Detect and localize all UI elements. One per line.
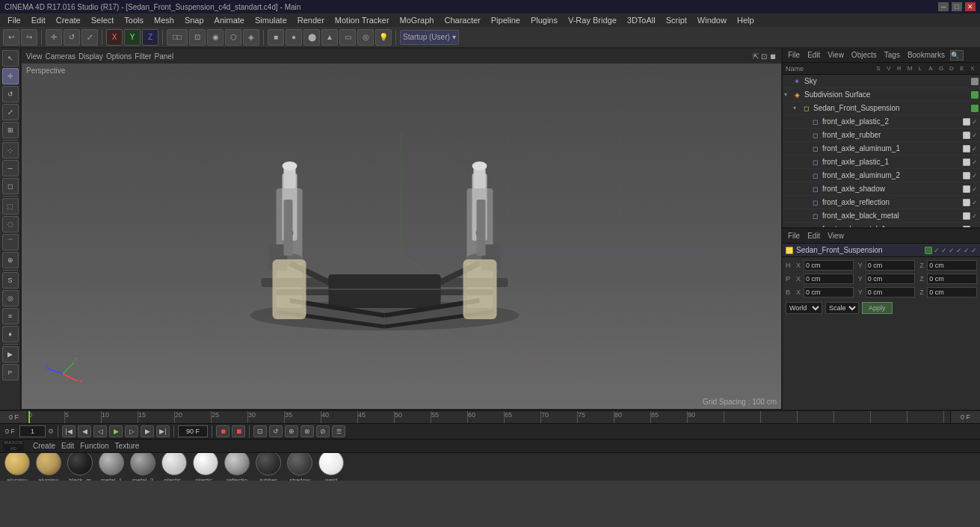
next-keyframe-button[interactable]: ▷ [125,425,138,437]
playhead[interactable] [28,411,30,423]
material-item[interactable]: shadow [286,453,314,481]
menu-item-tools[interactable]: Tools [120,15,148,25]
om-view-menu[interactable]: View [825,51,846,59]
frame-step-input[interactable] [19,425,46,437]
poly-mode-button[interactable]: ◈ [243,29,259,46]
menu-item-motion-tracker[interactable]: Motion Tracker [330,15,394,25]
axis-y-button[interactable]: Y [124,29,141,46]
vp-menu-panel[interactable]: Panel [155,52,174,61]
om-edit-menu[interactable]: Edit [805,51,822,59]
object-row[interactable]: ▾◈Subdivision Surface [783,88,980,102]
object-row[interactable]: ◻front_axle_aluminum_2✓ [783,169,980,182]
left-tool-select-circle[interactable]: ◌ [2,216,19,232]
left-tool-move[interactable]: ✛ [2,68,19,84]
om-file-menu[interactable]: File [786,51,802,59]
menu-item-simulate[interactable]: Simulate [250,15,292,25]
prev-keyframe-button[interactable]: ◁ [93,425,107,437]
apply-button[interactable]: Apply [862,302,893,314]
menu-item-window[interactable]: Window [693,15,731,25]
attr-px-input[interactable] [804,274,854,284]
left-tool-live[interactable]: ⊕ [2,252,19,268]
menu-item-select[interactable]: Select [87,15,119,25]
attr-hx-input[interactable] [804,260,854,271]
vp-menu-filter[interactable]: Filter [135,52,151,61]
vp-menu-display[interactable]: Display [78,52,103,61]
left-tool-polys[interactable]: ◻ [2,178,19,194]
edge-mode-button[interactable]: ⬡ [225,29,241,46]
material-item[interactable]: plastic_ [191,453,220,481]
close-button[interactable]: ✕ [965,2,976,11]
rotate-tool-button[interactable]: ⤢ [81,29,98,46]
object-row[interactable]: ◻front_axle_aluminum_1✓ [783,142,980,155]
timeline-bar[interactable]: 0 F 0 5 10 15 20 25 30 35 40 45 50 55 60… [0,411,980,424]
menu-item-help[interactable]: Help [733,15,759,25]
left-tool-magnet[interactable]: ◎ [2,290,19,306]
mat-create-menu[interactable]: Create [33,442,55,450]
menu-item-create[interactable]: Create [52,15,85,25]
cylinder-button[interactable]: ⬤ [303,29,320,46]
cone-button[interactable]: ▲ [321,29,338,46]
transport-3[interactable]: ⊕ [285,425,298,437]
left-tool-transform[interactable]: ⊞ [2,122,19,138]
menu-item-v-ray-bridge[interactable]: V-Ray Bridge [564,15,621,25]
mat-edit-menu[interactable]: Edit [61,442,74,450]
scale-select[interactable]: Scale Size [825,302,859,314]
material-item[interactable]: aluminu [34,453,63,481]
axis-z-button[interactable]: Z [142,29,158,46]
prev-frame-button[interactable]: ◀ [78,425,91,437]
menu-item-render[interactable]: Render [293,15,329,25]
om-bookmarks-menu[interactable]: Bookmarks [905,51,947,59]
record-button[interactable]: ⏺ [216,425,229,437]
menu-item-character[interactable]: Character [440,15,484,25]
transport-2[interactable]: ↺ [269,425,283,437]
om-search-input[interactable] [950,50,964,61]
play-button[interactable]: ▶ [109,425,123,437]
torus-button[interactable]: ◎ [357,29,374,46]
attr-by-input[interactable] [866,287,916,298]
minimize-button[interactable]: ─ [938,2,949,11]
menu-item-mograph[interactable]: MoGraph [395,15,439,25]
object-row[interactable]: ◻front_axle_black_metal✓ [783,209,980,223]
record-stop-button[interactable]: ⏹ [232,425,245,437]
attr-bz-input[interactable] [927,287,977,298]
transport-5[interactable]: ⊘ [316,425,330,437]
material-item[interactable]: metal_1 [97,453,126,481]
menu-item-edit[interactable]: Edit [27,15,50,25]
component-mode-button[interactable]: ⊡ [189,29,206,46]
vp-ctrl-render[interactable]: ⏹ [769,52,777,61]
go-end-button[interactable]: ▶| [156,425,170,437]
attr-hy-input[interactable] [866,260,916,271]
layout-label[interactable]: Startup (User) ▾ [400,30,459,45]
mat-function-menu[interactable]: Function [80,442,108,450]
menu-item-pipeline[interactable]: Pipeline [487,15,525,25]
go-start-button[interactable]: |◀ [62,425,75,437]
object-row[interactable]: ◻front_axle_reflection✓ [783,196,980,209]
max-frame-input[interactable] [178,425,208,437]
left-tool-python[interactable]: P [2,364,19,380]
attr-py-input[interactable] [866,274,916,284]
attr-edit-menu[interactable]: Edit [805,232,822,240]
om-tags-menu[interactable]: Tags [882,51,902,59]
object-row[interactable]: ☀Sky [783,75,980,88]
object-row[interactable]: ◻front_axle_plastic_2✓ [783,115,980,129]
transport-6[interactable]: ☰ [332,425,345,437]
material-item[interactable]: plastic_ [160,453,188,481]
transport-1[interactable]: ⊡ [253,425,267,437]
attr-hz-input[interactable] [927,260,977,271]
vp-ctrl-home[interactable]: ⇱ [753,52,759,61]
left-tool-edges[interactable]: ─ [2,160,19,176]
attr-file-menu[interactable]: File [786,232,802,240]
left-tool-pb[interactable]: ▶ [2,346,19,363]
material-item[interactable]: aluminu [3,453,31,481]
vp-menu-cameras[interactable]: Cameras [46,52,76,61]
object-row[interactable]: ▾◻Sedan_Front_Suspension [783,102,980,115]
material-item[interactable]: weld [317,453,345,481]
left-tool-paint[interactable]: ♦ [2,326,19,342]
undo-button[interactable]: ↩ [3,29,19,46]
material-item[interactable]: rubber [254,453,283,481]
point-mode-button[interactable]: ◉ [207,29,224,46]
menu-item-file[interactable]: File [3,15,25,25]
scale-tool-button[interactable]: ↺ [64,29,80,46]
move-tool-button[interactable]: ✛ [46,29,62,46]
material-item[interactable]: reflectio [223,453,251,481]
